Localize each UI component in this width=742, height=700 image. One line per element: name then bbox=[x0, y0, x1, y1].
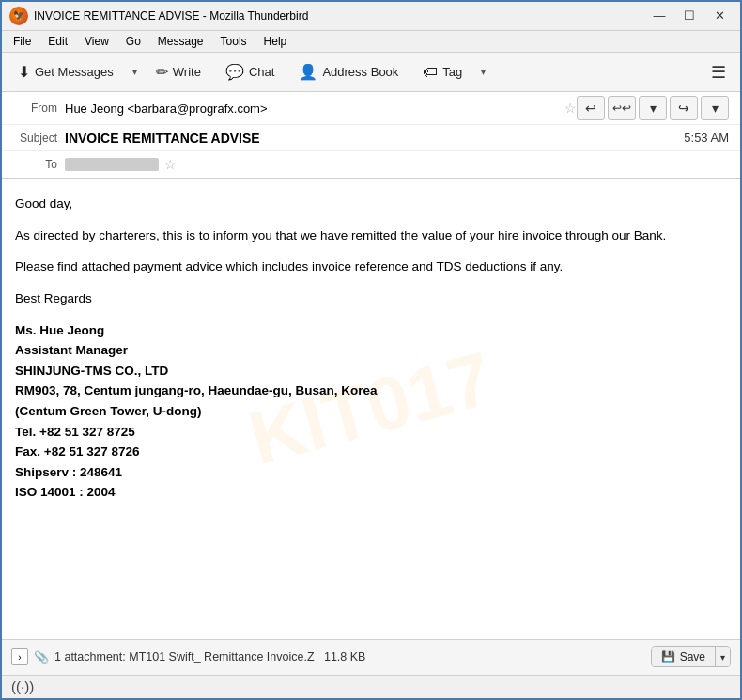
titlebar: 🦅 INVOICE REMITTANCE ADVISE - Mozilla Th… bbox=[2, 2, 740, 31]
email-body: KIT017 Good day, As directed by chartere… bbox=[2, 179, 740, 639]
from-label: From bbox=[13, 101, 65, 115]
paperclip-icon: 📎 bbox=[34, 650, 49, 664]
save-dropdown-button[interactable]: ▾ bbox=[715, 647, 730, 666]
more-button[interactable]: ▾ bbox=[701, 96, 729, 120]
body-para2: Please find attached payment advice whic… bbox=[15, 257, 727, 277]
window-controls: — ☐ ✕ bbox=[646, 6, 733, 26]
subject-value: INVOICE REMITTANCE ADVISE bbox=[65, 131, 665, 146]
wifi-icon: ((·)) bbox=[11, 678, 34, 694]
email-time: 5:53 AM bbox=[665, 131, 729, 145]
get-messages-dropdown[interactable]: ▾ bbox=[128, 56, 142, 88]
menu-help[interactable]: Help bbox=[256, 33, 295, 50]
tag-button[interactable]: 🏷 Tag bbox=[412, 56, 472, 88]
get-messages-label: Get Messages bbox=[35, 65, 114, 79]
minimize-button[interactable]: — bbox=[646, 6, 672, 26]
menu-file[interactable]: File bbox=[6, 33, 39, 50]
subject-label: Subject bbox=[13, 132, 65, 145]
attachment-expand-button[interactable]: › bbox=[11, 648, 28, 665]
titlebar-left: 🦅 INVOICE REMITTANCE ADVISE - Mozilla Th… bbox=[9, 7, 308, 25]
tag-icon: 🏷 bbox=[423, 64, 438, 81]
menu-go[interactable]: Go bbox=[118, 33, 148, 50]
close-button[interactable]: ✕ bbox=[706, 6, 733, 26]
attachment-bar: › 📎 1 attachment: MT101 Swift_ Remittanc… bbox=[2, 639, 740, 675]
sig-name: Ms. Hue Jeong bbox=[15, 323, 104, 337]
save-label: Save bbox=[680, 650, 705, 663]
write-icon: ✏ bbox=[156, 63, 168, 81]
from-star-icon[interactable]: ☆ bbox=[564, 101, 577, 116]
attachment-count: 1 attachment: bbox=[54, 650, 126, 663]
write-label: Write bbox=[173, 65, 201, 79]
from-value: Hue Jeong <barbara@prografx.com> bbox=[65, 101, 559, 116]
to-star-icon[interactable]: ☆ bbox=[164, 157, 177, 172]
body-para1: As directed by charterers, this is to in… bbox=[15, 226, 727, 246]
reply-down-button[interactable]: ▾ bbox=[639, 96, 667, 120]
tag-dropdown[interactable]: ▾ bbox=[476, 56, 490, 88]
email-body-content: Good day, As directed by charterers, thi… bbox=[15, 194, 727, 503]
main-content: From Hue Jeong <barbara@prografx.com> ☆ … bbox=[2, 92, 740, 675]
sig-building: (Centum Green Tower, U-dong) bbox=[15, 404, 202, 418]
sig-iso: ISO 14001 : 2004 bbox=[15, 485, 116, 499]
sig-address: RM903, 78, Centum jungang-ro, Haeundae-g… bbox=[15, 383, 378, 397]
from-row: From Hue Jeong <barbara@prografx.com> ☆ … bbox=[2, 92, 740, 125]
address-book-icon: 👤 bbox=[299, 63, 317, 81]
app-window: 🦅 INVOICE REMITTANCE ADVISE - Mozilla Th… bbox=[0, 0, 742, 700]
toolbar: ⬇ Get Messages ▾ ✏ Write 💬 Chat 👤 Addres… bbox=[2, 53, 740, 92]
address-book-label: Address Book bbox=[322, 65, 398, 79]
signature: Ms. Hue Jeong Assistant Manager SHINJUNG… bbox=[15, 320, 727, 503]
menubar: File Edit View Go Message Tools Help bbox=[2, 31, 740, 53]
sig-title: Assistant Manager bbox=[15, 343, 128, 357]
menu-tools[interactable]: Tools bbox=[213, 33, 255, 50]
menu-message[interactable]: Message bbox=[150, 33, 211, 50]
chat-label: Chat bbox=[249, 65, 274, 79]
window-title: INVOICE REMITTANCE ADVISE - Mozilla Thun… bbox=[34, 9, 308, 23]
body-greeting: Good day, bbox=[15, 194, 727, 214]
write-button[interactable]: ✏ Write bbox=[146, 56, 211, 88]
save-disk-icon: 💾 bbox=[661, 650, 675, 663]
body-regards: Best Regards bbox=[15, 288, 727, 309]
sig-shipserv: Shipserv : 248641 bbox=[15, 465, 122, 479]
save-button[interactable]: 💾 Save bbox=[652, 647, 715, 666]
to-label: To bbox=[13, 158, 65, 171]
reply-all-button[interactable]: ↩↩ bbox=[608, 96, 636, 120]
to-row: To ☆ bbox=[2, 151, 740, 178]
menu-edit[interactable]: Edit bbox=[40, 33, 75, 50]
reply-toolbar: ↩ ↩↩ ▾ ↪ ▾ bbox=[577, 96, 729, 120]
forward-button[interactable]: ↪ bbox=[670, 96, 698, 120]
get-messages-icon: ⬇ bbox=[18, 63, 30, 81]
sig-tel: Tel. +82 51 327 8725 bbox=[15, 425, 135, 439]
attachment-filename: MT101 Swift_ Remittance Invoice.Z bbox=[129, 650, 314, 663]
sig-company: SHINJUNG-TMS CO., LTD bbox=[15, 364, 168, 378]
to-value-blurred bbox=[65, 158, 159, 171]
statusbar: ((·)) bbox=[2, 675, 740, 698]
address-book-button[interactable]: 👤 Address Book bbox=[288, 56, 409, 88]
menu-view[interactable]: View bbox=[77, 33, 116, 50]
reply-button[interactable]: ↩ bbox=[577, 96, 605, 120]
email-header: From Hue Jeong <barbara@prografx.com> ☆ … bbox=[2, 92, 740, 179]
get-messages-button[interactable]: ⬇ Get Messages bbox=[8, 56, 124, 88]
maximize-button[interactable]: ☐ bbox=[676, 6, 703, 26]
attachment-info: 1 attachment: MT101 Swift_ Remittance In… bbox=[54, 650, 645, 663]
app-logo: 🦅 bbox=[9, 7, 28, 25]
toolbar-menu-button[interactable]: ☰ bbox=[703, 56, 734, 88]
save-btn-group: 💾 Save ▾ bbox=[651, 646, 731, 667]
attachment-size: 11.8 KB bbox=[324, 650, 365, 663]
tag-label: Tag bbox=[442, 65, 462, 79]
chat-icon: 💬 bbox=[225, 63, 244, 81]
sig-fax: Fax. +82 51 327 8726 bbox=[15, 444, 140, 459]
subject-row: Subject INVOICE REMITTANCE ADVISE 5:53 A… bbox=[2, 125, 740, 151]
chat-button[interactable]: 💬 Chat bbox=[215, 56, 285, 88]
